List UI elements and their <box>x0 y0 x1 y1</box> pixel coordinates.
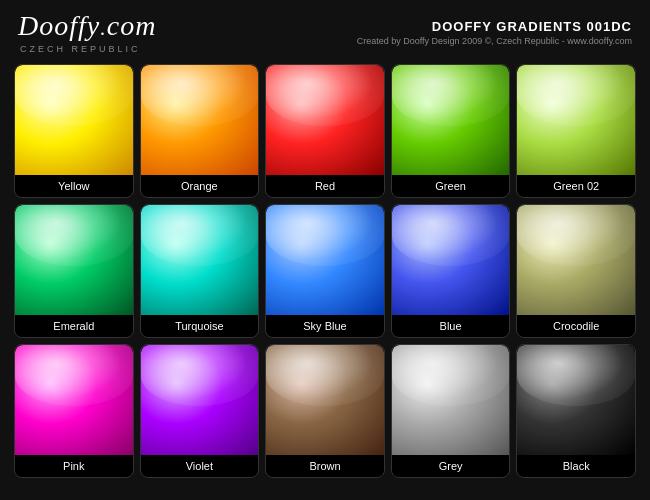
swatch-label-turquoise: Turquoise <box>141 315 259 337</box>
swatch-label-green02: Green 02 <box>517 175 635 197</box>
swatch-brown[interactable]: Brown <box>265 344 385 478</box>
swatch-crocodile[interactable]: Crocodile <box>516 204 636 338</box>
swatch-box-skyblue <box>266 205 384 315</box>
swatch-label-pink: Pink <box>15 455 133 477</box>
swatch-turquoise[interactable]: Turquoise <box>140 204 260 338</box>
swatch-label-green: Green <box>392 175 510 197</box>
swatch-box-crocodile <box>517 205 635 315</box>
swatch-emerald[interactable]: Emerald <box>14 204 134 338</box>
swatch-box-violet <box>141 345 259 455</box>
swatch-label-crocodile: Crocodile <box>517 315 635 337</box>
swatch-box-yellow <box>15 65 133 175</box>
logo-subtitle: czech republic <box>18 44 156 54</box>
swatch-label-grey: Grey <box>392 455 510 477</box>
swatch-label-brown: Brown <box>266 455 384 477</box>
swatches-grid: YellowOrangeRedGreenGreen 02EmeraldTurqu… <box>0 60 650 484</box>
swatch-label-violet: Violet <box>141 455 259 477</box>
swatch-black[interactable]: Black <box>516 344 636 478</box>
swatch-label-skyblue: Sky Blue <box>266 315 384 337</box>
swatch-label-red: Red <box>266 175 384 197</box>
swatch-green02[interactable]: Green 02 <box>516 64 636 198</box>
swatch-orange[interactable]: Orange <box>140 64 260 198</box>
swatch-label-black: Black <box>517 455 635 477</box>
swatch-label-orange: Orange <box>141 175 259 197</box>
swatch-label-blue: Blue <box>392 315 510 337</box>
swatch-box-green02 <box>517 65 635 175</box>
swatch-grey[interactable]: Grey <box>391 344 511 478</box>
logo: Dooffy.com <box>18 10 156 42</box>
swatch-box-grey <box>392 345 510 455</box>
swatch-skyblue[interactable]: Sky Blue <box>265 204 385 338</box>
swatch-box-black <box>517 345 635 455</box>
swatch-yellow[interactable]: Yellow <box>14 64 134 198</box>
swatch-box-emerald <box>15 205 133 315</box>
swatch-blue[interactable]: Blue <box>391 204 511 338</box>
swatch-box-green <box>392 65 510 175</box>
page-title: DOOFFY GRADIENTS 001DC <box>357 19 632 34</box>
swatch-pink[interactable]: Pink <box>14 344 134 478</box>
swatch-red[interactable]: Red <box>265 64 385 198</box>
header: Dooffy.com czech republic DOOFFY GRADIEN… <box>0 0 650 60</box>
title-area: DOOFFY GRADIENTS 001DC Created by Dooffy… <box>357 19 632 46</box>
swatch-green[interactable]: Green <box>391 64 511 198</box>
swatch-box-pink <box>15 345 133 455</box>
logo-area: Dooffy.com czech republic <box>18 10 156 54</box>
swatch-box-orange <box>141 65 259 175</box>
swatch-violet[interactable]: Violet <box>140 344 260 478</box>
swatch-label-emerald: Emerald <box>15 315 133 337</box>
swatch-box-blue <box>392 205 510 315</box>
page-subtitle: Created by Dooffy Design 2009 ©, Czech R… <box>357 36 632 46</box>
swatch-box-turquoise <box>141 205 259 315</box>
swatch-label-yellow: Yellow <box>15 175 133 197</box>
swatch-box-red <box>266 65 384 175</box>
swatch-box-brown <box>266 345 384 455</box>
